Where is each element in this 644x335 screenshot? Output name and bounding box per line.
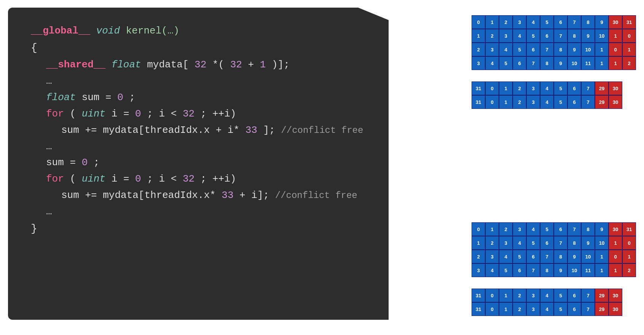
grid-cell: 1 bbox=[622, 250, 636, 263]
grid-cell: 9 bbox=[595, 15, 609, 29]
grid-cell: 5 bbox=[554, 302, 567, 316]
grid-cell: 9 bbox=[595, 222, 609, 236]
grid-cell: 0 bbox=[485, 302, 499, 316]
grid-cell: 6 bbox=[526, 43, 540, 56]
code-line-5: float sum = 0 ; bbox=[46, 89, 366, 106]
grid-cell: 10 bbox=[595, 236, 609, 250]
code-line-9: sum = 0 ; bbox=[46, 155, 366, 171]
grid-cell: 1 bbox=[609, 236, 622, 250]
grid-cell: 4 bbox=[540, 95, 554, 109]
grid-cell: 0 bbox=[622, 29, 636, 43]
grid-cell: 3 bbox=[526, 95, 540, 109]
grid-cell: 7 bbox=[567, 15, 581, 29]
grid-cell: 10 bbox=[581, 43, 595, 56]
grid-cell: 1 bbox=[472, 236, 485, 250]
grid-cell: 31 bbox=[472, 302, 485, 316]
grid-cell: 3 bbox=[485, 250, 499, 263]
grid-cell: 2 bbox=[485, 236, 499, 250]
grid-cell: 29 bbox=[595, 95, 609, 109]
grid-cell: 8 bbox=[581, 222, 595, 236]
grid-row: 2345678910101 bbox=[472, 250, 636, 263]
grid-top-section: 0123456789303112345678910102345678910101… bbox=[472, 15, 636, 70]
grid-cell: 0 bbox=[472, 222, 485, 236]
code-line-3: __shared__ float mydata[ 32 *( 32 + 1 )]… bbox=[46, 57, 366, 73]
grid-cell: 2 bbox=[513, 95, 526, 109]
grid-cell: 9 bbox=[567, 250, 581, 263]
grid-cell: 1 bbox=[472, 29, 485, 43]
keyword-uint-2: uint bbox=[82, 173, 105, 185]
grid-row: 01234567893031 bbox=[472, 15, 636, 29]
code-line-12: … bbox=[46, 204, 366, 220]
memory-diagram-bottom: 0123456789303112345678910102345678910101… bbox=[472, 222, 636, 316]
grid-cell: 6 bbox=[554, 222, 567, 236]
grid-cell: 6 bbox=[567, 302, 581, 316]
grid-cell: 2 bbox=[513, 302, 526, 316]
comment-2: //conflict free bbox=[275, 190, 357, 201]
grid-cell: 7 bbox=[540, 43, 554, 56]
grid-cell: 4 bbox=[513, 236, 526, 250]
wavy-gap-bottom bbox=[472, 277, 636, 289]
keyword-for-1: for bbox=[46, 108, 64, 120]
grid-cell: 9 bbox=[581, 236, 595, 250]
wavy-svg-bottom bbox=[472, 273, 636, 292]
grid-cell: 31 bbox=[622, 15, 636, 29]
grid-cell: 31 bbox=[622, 222, 636, 236]
grid-row: 1234567891010 bbox=[472, 29, 636, 43]
keyword-void: void bbox=[96, 25, 120, 37]
grid-cell: 0 bbox=[609, 43, 622, 56]
code-line-7: sum += mydata[threadIdx.x + i* 33 ]; //c… bbox=[61, 122, 366, 139]
grid-row: 31012345672930 bbox=[472, 302, 636, 316]
grid-cell: 4 bbox=[499, 250, 513, 263]
num-zero-3: 0 bbox=[82, 157, 88, 168]
comment-1: //conflict free bbox=[281, 125, 363, 136]
grid-cell: 6 bbox=[567, 95, 581, 109]
code-line-1: __global__ void kernel(…) bbox=[31, 23, 366, 39]
grid-cell: 1 bbox=[609, 29, 622, 43]
num-zero-1: 0 bbox=[117, 92, 123, 103]
grid-cell: 5 bbox=[540, 15, 554, 29]
code-line-13: } bbox=[31, 220, 366, 238]
grid-cell: 8 bbox=[554, 43, 567, 56]
grid-cell: 2 bbox=[499, 222, 513, 236]
code-panel: __global__ void kernel(…) { __shared__ f… bbox=[8, 8, 389, 320]
grid-cell: 5 bbox=[540, 222, 554, 236]
keyword-shared: __shared__ bbox=[46, 59, 105, 70]
keyword-float-shared: float bbox=[112, 59, 141, 70]
num-32-4: 32 bbox=[183, 173, 194, 185]
grid-cell: 2 bbox=[499, 15, 513, 29]
grid-bottom-lower-section: 3101234567293031012345672930 bbox=[472, 289, 636, 316]
grid-cell: 3 bbox=[499, 29, 513, 43]
num-zero-2: 0 bbox=[135, 108, 141, 120]
grid-cell: 1 bbox=[595, 250, 609, 263]
grid-cell: 6 bbox=[526, 250, 540, 263]
grid-cell: 1 bbox=[499, 302, 513, 316]
code-content: __global__ void kernel(…) { __shared__ f… bbox=[31, 23, 366, 238]
grid-cell: 5 bbox=[526, 236, 540, 250]
code-line-2: { bbox=[31, 39, 366, 57]
grid-cell: 3 bbox=[526, 302, 540, 316]
grid-cell: 5 bbox=[513, 250, 526, 263]
grid-bottom-upper-section: 0123456789303112345678910102345678910101… bbox=[472, 222, 636, 277]
grid-cell: 1 bbox=[499, 95, 513, 109]
grid-cell: 8 bbox=[581, 15, 595, 29]
num-33-2: 33 bbox=[222, 190, 233, 201]
grid-cell: 1 bbox=[485, 222, 499, 236]
grid-cell: 4 bbox=[499, 43, 513, 56]
close-brace: } bbox=[31, 223, 37, 234]
code-line-4: … bbox=[46, 73, 366, 89]
grid-cell: 6 bbox=[554, 15, 567, 29]
diagrams-area: 0123456789303112345678910102345678910101… bbox=[389, 8, 636, 320]
grid-cell: 4 bbox=[526, 222, 540, 236]
keyword-uint-1: uint bbox=[82, 108, 105, 120]
grid-cell: 8 bbox=[567, 236, 581, 250]
num-33-1: 33 bbox=[245, 124, 257, 136]
grid-cell: 30 bbox=[609, 222, 622, 236]
grid-cell: 0 bbox=[485, 95, 499, 109]
grid-cell: 8 bbox=[554, 250, 567, 263]
grid-cell: 2 bbox=[472, 43, 485, 56]
num-1: 1 bbox=[260, 59, 266, 70]
grid-row: 1234567891010 bbox=[472, 236, 636, 250]
grid-cell: 3 bbox=[499, 236, 513, 250]
grid-cell: 1 bbox=[622, 43, 636, 56]
grid-cell: 7 bbox=[540, 250, 554, 263]
